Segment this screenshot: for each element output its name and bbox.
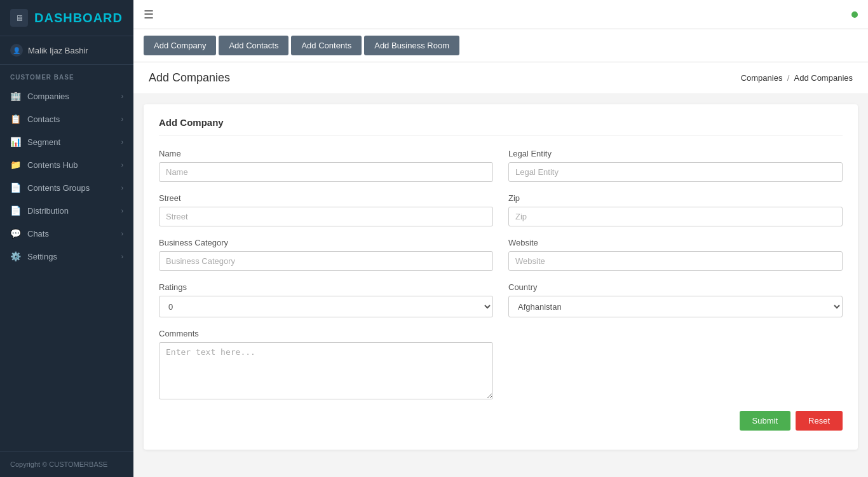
form-group-street: Street [159, 193, 493, 226]
form-group-comments: Comments [159, 329, 493, 399]
submit-button[interactable]: Submit [740, 411, 790, 431]
tab-add-contents[interactable]: Add Contents [291, 36, 362, 55]
sidebar-item-chats[interactable]: 💬 Chats › [0, 222, 133, 245]
sidebar-item-contacts[interactable]: 📋 Contacts › [0, 107, 133, 130]
sidebar-item-contents-groups[interactable]: 📄 Contents Groups › [0, 176, 133, 199]
tab-add-company[interactable]: Add Company [144, 36, 216, 55]
menu-icon[interactable]: ☰ [144, 8, 154, 22]
reset-button[interactable]: Reset [796, 411, 843, 431]
zip-label: Zip [508, 193, 843, 203]
page-header: Add Companies Companies / Add Companies [133, 62, 868, 94]
tab-add-contacts[interactable]: Add Contacts [219, 36, 288, 55]
form-actions: Submit Reset [159, 411, 843, 431]
website-label: Website [508, 238, 843, 247]
form-group-name: Name [159, 149, 493, 182]
form-row-ratings-country: Ratings 0 1 2 3 4 5 Country Afghanistan … [159, 282, 843, 317]
legal-entity-label: Legal Entity [508, 149, 843, 158]
form-group-country: Country Afghanistan Albania Algeria Ando… [508, 282, 843, 317]
comments-textarea[interactable] [159, 342, 493, 399]
tab-bar: Add Company Add Contacts Add Contents Ad… [133, 29, 868, 62]
status-dot [851, 11, 858, 18]
sidebar-section-label: CUSTOMER BASE [0, 65, 133, 85]
form-container: Add Company Name Legal Entity Street Zip [144, 104, 858, 450]
chevron-icon: › [121, 162, 123, 169]
country-select[interactable]: Afghanistan Albania Algeria Andorra Ango… [508, 296, 843, 317]
dashboard-icon: 🖥 [10, 9, 28, 27]
app-title: DASHBOARD [34, 11, 123, 25]
ratings-select[interactable]: 0 1 2 3 4 5 [159, 296, 493, 317]
form-section-title: Add Company [159, 117, 843, 136]
sidebar-item-label: Distribution [27, 206, 69, 216]
chats-icon: 💬 [10, 228, 21, 238]
breadcrumb-current: Add Companies [794, 73, 853, 83]
topbar-right [851, 11, 858, 18]
form-group-website: Website [508, 238, 843, 271]
form-group-business-category: Business Category [159, 238, 493, 271]
sidebar-username: Malik Ijaz Bashir [28, 46, 88, 55]
tab-add-business-room[interactable]: Add Business Room [364, 36, 459, 55]
sidebar-item-segment[interactable]: 📊 Segment › [0, 130, 133, 153]
chevron-icon: › [121, 230, 123, 237]
sidebar-header: 🖥 DASHBOARD [0, 0, 133, 36]
name-input[interactable] [159, 162, 493, 182]
contacts-icon: 📋 [10, 114, 21, 124]
zip-input[interactable] [508, 207, 843, 226]
chevron-icon: › [121, 253, 123, 260]
contents-groups-icon: 📄 [10, 183, 21, 193]
sidebar-user: 👤 Malik Ijaz Bashir [0, 36, 133, 65]
companies-icon: 🏢 [10, 91, 21, 101]
segment-icon: 📊 [10, 137, 21, 147]
ratings-label: Ratings [159, 282, 493, 292]
distribution-icon: 📄 [10, 205, 21, 216]
sidebar-item-label: Companies [27, 92, 69, 101]
sidebar-item-label: Contents Hub [27, 160, 78, 170]
form-group-zip: Zip [508, 193, 843, 226]
sidebar-item-label: Segment [27, 137, 60, 147]
sidebar-footer: Copyright © CUSTOMERBASE [0, 451, 133, 477]
country-label: Country [508, 282, 843, 292]
sidebar-item-label: Contacts [27, 114, 60, 124]
form-row-name-legal: Name Legal Entity [159, 149, 843, 182]
contents-hub-icon: 📁 [10, 160, 21, 170]
form-row-street-zip: Street Zip [159, 193, 843, 226]
business-category-input[interactable] [159, 251, 493, 271]
breadcrumb: Companies / Add Companies [741, 73, 853, 83]
comments-label: Comments [159, 329, 493, 338]
form-group-ratings: Ratings 0 1 2 3 4 5 [159, 282, 493, 317]
website-input[interactable] [508, 251, 843, 271]
user-avatar: 👤 [10, 44, 23, 57]
street-input[interactable] [159, 207, 493, 226]
street-label: Street [159, 193, 493, 203]
sidebar-item-label: Settings [27, 252, 57, 261]
sidebar-item-distribution[interactable]: 📄 Distribution › [0, 199, 133, 222]
chevron-icon: › [121, 116, 123, 123]
chevron-icon: › [121, 184, 123, 191]
topbar: ☰ [133, 0, 868, 29]
name-label: Name [159, 149, 493, 158]
chevron-icon: › [121, 207, 123, 214]
chevron-icon: › [121, 93, 123, 100]
sidebar-item-settings[interactable]: ⚙️ Settings › [0, 245, 133, 268]
sidebar-item-contents-hub[interactable]: 📁 Contents Hub › [0, 153, 133, 176]
legal-entity-input[interactable] [508, 162, 843, 182]
business-category-label: Business Category [159, 238, 493, 247]
settings-icon: ⚙️ [10, 251, 21, 261]
form-row-comments: Comments [159, 329, 843, 399]
form-row-category-website: Business Category Website [159, 238, 843, 271]
sidebar-item-companies[interactable]: 🏢 Companies › [0, 85, 133, 107]
form-group-legal-entity: Legal Entity [508, 149, 843, 182]
breadcrumb-parent: Companies [741, 73, 783, 83]
sidebar-item-label: Chats [27, 229, 49, 238]
page-title: Add Companies [149, 71, 230, 85]
sidebar: 🖥 DASHBOARD 👤 Malik Ijaz Bashir CUSTOMER… [0, 0, 133, 477]
form-group-spacer [508, 329, 843, 399]
chevron-icon: › [121, 139, 123, 146]
main-content: ☰ Add Company Add Contacts Add Contents … [133, 0, 868, 477]
sidebar-item-label: Contents Groups [27, 183, 90, 193]
